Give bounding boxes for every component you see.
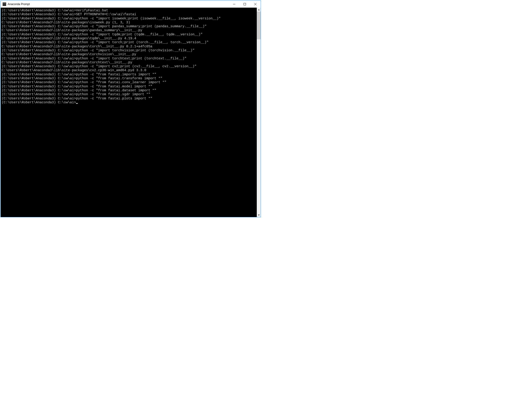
terminal-line: C:\Users\Robert\Anaconda3\lib\site-packa… (2, 52, 257, 56)
terminal-line: (C:\Users\Robert\Anaconda3) C:\sw\ai>Ver… (2, 9, 257, 12)
scrollbar-thumb[interactable] (257, 11, 261, 39)
terminal-output[interactable]: (C:\Users\Robert\Anaconda3) C:\sw\ai>Ver… (1, 8, 257, 217)
terminal-line: (C:\Users\Robert\Anaconda3) C:\sw\ai>pyt… (2, 25, 257, 29)
terminal-line: (C:\Users\Robert\Anaconda3) C:\sw\ai>pyt… (2, 33, 257, 37)
terminal-icon (2, 2, 6, 6)
terminal-line: (C:\Users\Robert\Anaconda3) C:\sw\ai>pyt… (2, 65, 257, 68)
window-controls (229, 1, 261, 8)
terminal-line: (C:\Users\Robert\Anaconda3) C:\sw\ai>pyt… (2, 85, 257, 88)
terminal-cursor (76, 103, 78, 104)
terminal-line: C:\Users\Robert\Anaconda3\lib\site-packa… (2, 45, 257, 49)
terminal-line: C:\Users\Robert\Anaconda3\lib\site-packa… (2, 29, 257, 32)
terminal-line: C:\Users\Robert\Anaconda3\lib\site-packa… (2, 20, 257, 25)
maximize-button[interactable] (239, 1, 250, 8)
terminal-line: (C:\Users\Robert\Anaconda3) C:\sw\ai>pyt… (2, 88, 257, 92)
minimize-button[interactable] (229, 1, 239, 8)
terminal-line: (C:\Users\Robert\Anaconda3) C:\sw\ai>pyt… (2, 49, 257, 52)
titlebar-left: Anaconda Prompt (1, 2, 229, 6)
terminal-line: (C:\Users\Robert\Anaconda3) C:\sw\ai>pyt… (2, 17, 257, 20)
terminal-line: (C:\Users\Robert\Anaconda3) C:\sw\ai>pyt… (2, 97, 257, 100)
close-button[interactable] (250, 1, 261, 8)
terminal-line: (C:\Users\Robert\Anaconda3) C:\sw\ai>pyt… (2, 40, 257, 44)
terminal-line: C:\Users\Robert\Anaconda3\lib\site-packa… (2, 37, 257, 40)
titlebar[interactable]: Anaconda Prompt (1, 1, 261, 8)
terminal-line: C:\Users\Robert\Anaconda3\lib\site-packa… (2, 68, 257, 72)
client-area: (C:\Users\Robert\Anaconda3) C:\sw\ai>Ver… (1, 8, 261, 217)
vertical-scrollbar[interactable] (257, 8, 261, 217)
window-title: Anaconda Prompt (8, 2, 30, 6)
terminal-line: (C:\Users\Robert\Anaconda3) C:\sw\ai> (2, 100, 257, 105)
terminal-line: (C:\Users\Robert\Anaconda3) C:\sw\ai>pyt… (2, 92, 257, 96)
terminal-line: (C:\Users\Robert\Anaconda3) C:\sw\ai>pyt… (2, 80, 257, 84)
terminal-line: (C:\Users\Robert\Anaconda3) C:\sw\ai>SET… (2, 12, 257, 16)
svg-rect-0 (244, 3, 246, 5)
scroll-up-arrow-icon[interactable] (257, 8, 261, 11)
scroll-down-arrow-icon[interactable] (257, 213, 261, 217)
anaconda-prompt-window: Anaconda Prompt (C:\Users\Robert\Anacond… (0, 0, 261, 217)
terminal-line: (C:\Users\Robert\Anaconda3) C:\sw\ai>pyt… (2, 57, 257, 60)
terminal-line: (C:\Users\Robert\Anaconda3) C:\sw\ai>pyt… (2, 73, 257, 77)
terminal-line: (C:\Users\Robert\Anaconda3) C:\sw\ai>pyt… (2, 77, 257, 80)
terminal-line: C:\Users\Robert\Anaconda3\lib\site-packa… (2, 60, 257, 65)
